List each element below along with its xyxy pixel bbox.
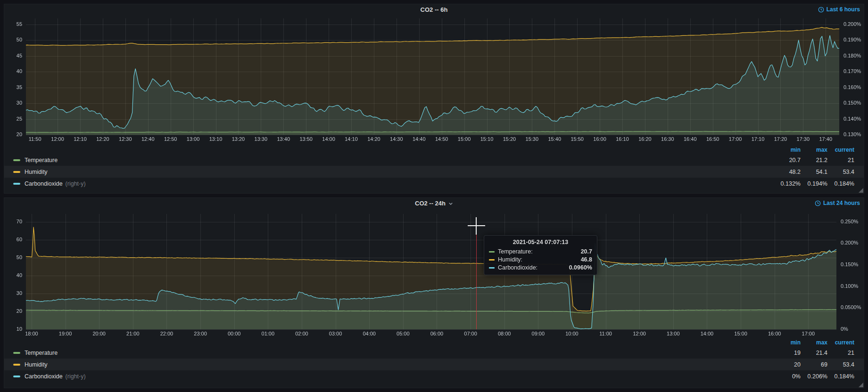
series-color-dash [13, 364, 20, 366]
legend-series-temperature[interactable]: Temperature [25, 157, 58, 163]
value-current: 53.4 [827, 361, 854, 368]
legend-header-row: min max current [4, 146, 864, 154]
chart-area-6h [4, 16, 864, 145]
value-max: 21.4 [801, 350, 827, 356]
panel-header-6h: CO2 -- 6h Last 6 hours [4, 4, 864, 16]
series-color-dash [13, 183, 20, 185]
panel-co2-6h: CO2 -- 6h Last 6 hours min max current T… [4, 4, 864, 194]
value-current: 0.184% [827, 180, 854, 187]
panel-co2-24h: CO2 -- 24h Last 24 hours 2021-05-24 07:0… [4, 197, 864, 388]
legend-col-min[interactable]: min [774, 339, 801, 346]
timeseries-plot-6h[interactable] [4, 16, 864, 145]
panel-title-6h[interactable]: CO2 -- 6h [421, 6, 448, 13]
legend-series-humidity[interactable]: Humidity [25, 361, 48, 368]
panel-title-24h[interactable]: CO2 -- 24h [415, 200, 453, 207]
time-range-6h[interactable]: Last 6 hours [818, 6, 860, 13]
value-max: 21.2 [801, 157, 827, 163]
legend-col-max[interactable]: max [801, 147, 827, 153]
clock-icon [815, 200, 821, 206]
panel-header-24h: CO2 -- 24h Last 24 hours [4, 198, 864, 210]
legend-row-temperature: Temperature 20.7 21.2 21 [4, 154, 864, 166]
value-current: 0.184% [827, 373, 854, 380]
value-max: 0.206% [801, 373, 827, 380]
series-color-dash [13, 159, 20, 161]
legend-6h: min max current Temperature 20.7 21.2 21… [4, 146, 864, 189]
timeseries-plot-24h[interactable] [4, 210, 864, 337]
grafana-dashboard: CO2 -- 6h Last 6 hours min max current T… [0, 0, 868, 392]
legend-row-carbondioxide: Carbondioxide (right-y) 0% 0.206% 0.184% [4, 370, 864, 382]
time-range-24h[interactable]: Last 24 hours [815, 200, 860, 206]
panel-resize-handle[interactable] [859, 383, 863, 387]
clock-icon [818, 7, 824, 13]
chart-area-24h: 2021-05-24 07:07:13 Temperature: 20.7 Hu… [4, 210, 864, 337]
legend-header-row: min max current [4, 338, 864, 347]
value-max: 69 [801, 361, 827, 368]
value-min: 20.7 [774, 157, 801, 163]
panel-resize-handle[interactable] [859, 188, 863, 193]
time-range-label: Last 24 hours [823, 200, 860, 206]
legend-col-min[interactable]: min [774, 147, 801, 153]
value-current: 21 [827, 157, 854, 163]
chevron-down-icon [448, 201, 453, 206]
series-color-dash [13, 171, 20, 173]
legend-row-temperature: Temperature 19 21.4 21 [4, 347, 864, 359]
value-max: 54.1 [801, 169, 827, 175]
value-min: 19 [774, 350, 801, 356]
legend-series-carbondioxide[interactable]: Carbondioxide [25, 373, 63, 380]
legend-col-current[interactable]: current [827, 339, 854, 346]
legend-axis-hint: (right-y) [66, 180, 86, 187]
value-min: 20 [774, 361, 801, 368]
time-range-label: Last 6 hours [827, 6, 860, 13]
series-color-dash [13, 352, 20, 354]
panel-title-text: CO2 -- 24h [415, 200, 446, 207]
legend-24h: min max current Temperature 19 21.4 21 H… [4, 338, 864, 382]
value-current: 53.4 [827, 169, 854, 175]
legend-axis-hint: (right-y) [66, 373, 86, 380]
value-min: 0% [774, 373, 801, 380]
series-color-dash [13, 376, 20, 377]
legend-series-temperature[interactable]: Temperature [25, 350, 58, 356]
legend-row-carbondioxide: Carbondioxide (right-y) 0.132% 0.194% 0.… [4, 178, 864, 189]
value-current: 21 [827, 350, 854, 356]
legend-col-current[interactable]: current [827, 147, 854, 153]
value-min: 0.132% [774, 180, 801, 187]
value-min: 48.2 [774, 169, 801, 175]
legend-series-humidity[interactable]: Humidity [25, 169, 48, 175]
legend-row-humidity: Humidity 48.2 54.1 53.4 [4, 166, 864, 178]
legend-row-humidity: Humidity 20 69 53.4 [4, 359, 864, 370]
legend-series-carbondioxide[interactable]: Carbondioxide [25, 180, 63, 187]
legend-col-max[interactable]: max [801, 339, 827, 346]
panel-title-text: CO2 -- 6h [421, 6, 448, 13]
value-max: 0.194% [801, 180, 827, 187]
